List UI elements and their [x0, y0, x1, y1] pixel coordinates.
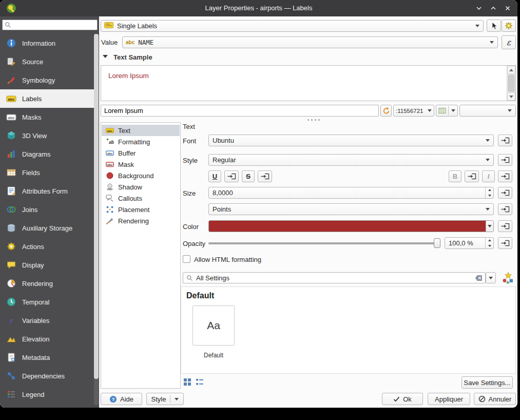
tab-callouts[interactable]: Callouts	[102, 193, 180, 204]
opacity-slider[interactable]	[208, 237, 440, 249]
style-item-default[interactable]: Aa	[192, 306, 235, 346]
color-dropdown[interactable]	[486, 221, 493, 232]
scroll-up-button[interactable]	[507, 66, 515, 74]
strikethrough-override-button[interactable]	[258, 170, 272, 182]
clear-search-button[interactable]	[475, 275, 483, 281]
size-unit-override-button[interactable]	[498, 203, 512, 215]
automated-placement-settings-button[interactable]	[502, 20, 516, 32]
labeling-rules-button[interactable]	[487, 20, 501, 32]
sample-background-combobox[interactable]	[459, 105, 516, 117]
sidebar-item-rendering[interactable]: Rendering	[0, 274, 95, 293]
size-unit-combobox[interactable]: Points	[208, 203, 494, 215]
sidebar-item-metadata[interactable]: Metadata	[0, 348, 95, 367]
font-override-button[interactable]	[498, 135, 512, 146]
tab-background[interactable]: Background	[102, 170, 180, 181]
tab-rendering[interactable]: Rendering	[102, 215, 180, 226]
sidebar-item-source[interactable]: Source	[0, 52, 95, 71]
style-search-box[interactable]: All Settings	[183, 272, 486, 283]
allow-html-checkbox[interactable]	[183, 255, 190, 263]
sidebar-search[interactable]	[2, 20, 98, 30]
sidebar-search-input[interactable]	[13, 21, 97, 29]
map-scale-tool-button[interactable]	[436, 105, 458, 117]
sidebar-item-masks[interactable]: abc Masks	[0, 108, 95, 126]
sidebar-scrollbar[interactable]	[94, 34, 99, 405]
sidebar-item-variables[interactable]: ε Variables	[0, 311, 95, 330]
tab-buffer[interactable]: abc Buffer	[102, 147, 180, 159]
sidebar-item-symbology[interactable]: Symbology	[0, 71, 95, 89]
tab-formatting[interactable]: ab Formatting	[102, 136, 180, 147]
sidebar-item-attributes-form[interactable]: Attributes Form	[0, 182, 95, 200]
expression-builder-button[interactable]: ε	[502, 35, 516, 49]
size-spinbox[interactable]: 8,0000	[208, 187, 494, 199]
opacity-slider-handle[interactable]	[434, 238, 440, 248]
sidebar-item-joins[interactable]: Joins	[0, 200, 95, 219]
strikethrough-button[interactable]: S	[242, 170, 255, 182]
sidebar-item-actions[interactable]: Actions	[0, 237, 95, 256]
style-list-panel: Default Aa Default	[181, 287, 516, 374]
value-field-combobox[interactable]: abc NAME	[122, 36, 498, 48]
minimize-button[interactable]	[475, 5, 483, 12]
italic-override-button[interactable]	[498, 170, 512, 182]
spin-up-button[interactable]	[486, 187, 493, 193]
sidebar-item-fields[interactable]: Fields	[0, 163, 95, 182]
bold-override-button[interactable]	[465, 170, 479, 182]
close-button[interactable]	[504, 5, 511, 12]
sidebar-item-legend[interactable]: Legend	[0, 385, 95, 404]
scrollbar-handle[interactable]	[508, 74, 515, 92]
apply-button[interactable]: Appliquer	[428, 393, 470, 405]
opacity-spinbox[interactable]: 100,0 %	[445, 237, 494, 249]
yellow-gear-icon	[505, 22, 513, 30]
list-view-toggle-button[interactable]	[195, 377, 204, 387]
collapse-triangle-icon[interactable]	[103, 55, 108, 58]
style-filter-dropdown-button[interactable]	[486, 272, 496, 283]
sidebar-item-temporal[interactable]: Temporal	[0, 293, 95, 311]
cancel-button[interactable]: Annuler	[474, 393, 516, 405]
sidebar-item-auxiliary-storage[interactable]: Auxiliary Storage	[0, 219, 95, 237]
spin-down-button[interactable]	[486, 243, 493, 249]
opacity-override-button[interactable]	[498, 237, 512, 249]
ok-button[interactable]: Ok	[382, 393, 423, 405]
reset-sample-button[interactable]	[380, 105, 392, 117]
font-style-combobox[interactable]: Regular	[208, 154, 494, 166]
sidebar-item-display[interactable]: Display	[0, 256, 95, 274]
maximize-button[interactable]	[490, 5, 497, 12]
search-icon	[5, 22, 11, 28]
style-manager-button[interactable]	[502, 272, 514, 284]
underline-override-button[interactable]	[224, 170, 239, 182]
slider-groove[interactable]	[208, 242, 440, 244]
sample-scale-combobox[interactable]: :11556721	[393, 105, 434, 117]
size-override-button[interactable]	[498, 187, 512, 199]
tab-placement[interactable]: Placement	[102, 204, 180, 215]
bold-button[interactable]: B	[449, 170, 461, 182]
spin-down-button[interactable]	[486, 193, 493, 199]
tab-shadow[interactable]: Shadow	[102, 181, 180, 193]
icon-view-toggle-button[interactable]	[183, 377, 192, 387]
sidebar-item-information[interactable]: Information	[0, 34, 95, 52]
spin-buttons	[485, 238, 493, 249]
tab-label: Buffer	[118, 149, 136, 157]
sidebar-item-elevation[interactable]: Elevation	[0, 330, 95, 348]
labeling-mode-combobox[interactable]: Single Labels	[101, 20, 484, 32]
sidebar-item-labels[interactable]: abc Labels	[0, 89, 95, 108]
scrollbar-handle[interactable]	[94, 34, 99, 379]
sample-text-input[interactable]	[101, 106, 378, 115]
style-override-button[interactable]	[498, 154, 512, 166]
font-combobox[interactable]: Ubuntu	[208, 135, 494, 146]
sidebar-item-3d-view[interactable]: 3D View	[0, 126, 95, 145]
help-icon: ?	[109, 395, 117, 403]
help-button[interactable]: ? Aide	[101, 393, 142, 405]
color-button[interactable]	[208, 220, 494, 232]
splitter-handle[interactable]	[101, 118, 516, 122]
underline-button[interactable]: U	[208, 170, 221, 182]
tab-mask[interactable]: abc Mask	[102, 159, 180, 170]
scroll-down-button[interactable]	[507, 92, 515, 101]
sidebar-item-diagrams[interactable]: Diagrams	[0, 145, 95, 163]
italic-button[interactable]: I	[482, 170, 495, 182]
sidebar-item-dependencies[interactable]: Dependencies	[0, 367, 95, 385]
style-menu-button[interactable]: Style	[146, 393, 184, 405]
save-settings-button[interactable]: Save Settings...	[461, 376, 513, 389]
color-override-button[interactable]	[498, 220, 512, 232]
preview-scrollbar[interactable]	[507, 66, 515, 101]
spin-up-button[interactable]	[486, 238, 493, 243]
tab-text[interactable]: abc Text	[102, 125, 180, 136]
